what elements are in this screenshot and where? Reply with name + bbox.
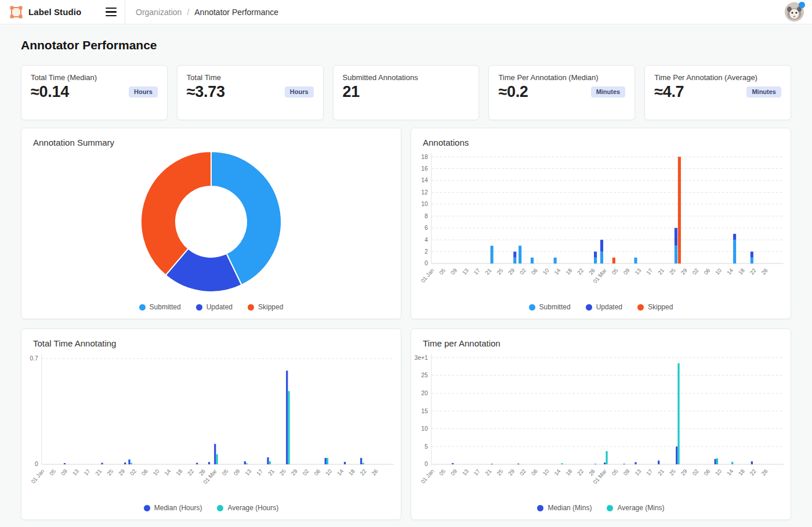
annotation-summary-donut-chart[interactable]: [21, 149, 401, 294]
legend-dot: [637, 304, 644, 311]
svg-text:2: 2: [425, 248, 428, 255]
legend-label: Average (Hours): [227, 504, 278, 512]
legend-item[interactable]: Updated: [586, 303, 622, 311]
online-status-dot: [799, 2, 805, 8]
svg-text:17: 17: [645, 468, 654, 477]
svg-text:06: 06: [140, 468, 148, 477]
hamburger-menu-button[interactable]: [103, 5, 119, 19]
svg-text:13: 13: [244, 468, 252, 477]
svg-text:01 Jan: 01 Jan: [419, 267, 435, 284]
svg-text:06: 06: [702, 267, 711, 276]
time-per-annotation-legend: Median (Mins)Average (Mins): [411, 504, 791, 512]
stats-row: Total Time (Median) ≈0.14 Hours Total Ti…: [21, 65, 791, 120]
svg-text:25: 25: [495, 267, 504, 276]
legend-label: Submitted: [539, 303, 571, 311]
legend-dot: [586, 304, 592, 311]
label-studio-logo-icon: [9, 5, 23, 19]
svg-text:13: 13: [633, 267, 642, 276]
legend-dot: [139, 304, 146, 311]
svg-text:22: 22: [748, 468, 757, 477]
legend-dot: [529, 304, 535, 311]
svg-text:14: 14: [726, 267, 735, 276]
legend-item[interactable]: Updated: [196, 303, 233, 311]
chart-title: Total Time Annotating: [21, 329, 401, 349]
svg-text:26: 26: [760, 468, 768, 477]
time-per-annotation-bar-chart[interactable]: 05101520253e+101 Jan05091317212529020610…: [411, 349, 791, 496]
legend-item[interactable]: Median (Hours): [144, 504, 202, 512]
svg-text:02: 02: [519, 267, 527, 276]
legend-label: Skipped: [258, 303, 283, 311]
stat-label: Time Per Annotation (Median): [498, 73, 625, 82]
chart-card-annotation-summary: Annotation Summary SubmittedUpdatedSkipp…: [21, 128, 401, 319]
stat-value: ≈0.14: [31, 83, 69, 101]
svg-text:4: 4: [425, 237, 428, 243]
legend-item[interactable]: Average (Hours): [217, 504, 278, 512]
user-avatar[interactable]: [785, 2, 804, 21]
stat-label: Total Time (Median): [31, 73, 158, 82]
svg-text:26: 26: [588, 468, 596, 477]
annotations-bar-chart[interactable]: 02468101214161801 Jan0509131721252902061…: [411, 149, 791, 295]
svg-text:10: 10: [324, 468, 333, 477]
legend-label: Skipped: [648, 303, 673, 311]
svg-text:21: 21: [657, 468, 665, 477]
svg-text:02: 02: [519, 468, 527, 477]
legend-label: Average (Mins): [617, 504, 664, 512]
svg-text:18: 18: [347, 468, 356, 477]
svg-text:0: 0: [425, 261, 428, 267]
stat-unit-badge: Hours: [285, 86, 314, 98]
legend-dot: [248, 304, 254, 311]
stat-card-total-time-median: Total Time (Median) ≈0.14 Hours: [21, 65, 168, 120]
svg-text:26: 26: [760, 267, 768, 276]
legend-label: Updated: [596, 303, 622, 311]
svg-text:02: 02: [301, 468, 310, 477]
legend-item[interactable]: Submitted: [529, 303, 571, 311]
legend-item[interactable]: Submitted: [139, 303, 181, 311]
svg-text:13: 13: [461, 468, 469, 477]
svg-text:13: 13: [461, 267, 469, 276]
svg-text:25: 25: [668, 267, 677, 276]
svg-text:3e+1: 3e+1: [415, 355, 428, 361]
svg-text:13: 13: [71, 468, 79, 477]
svg-text:18: 18: [421, 154, 428, 160]
svg-text:05: 05: [48, 468, 57, 477]
svg-text:02: 02: [129, 468, 137, 477]
stat-value: ≈4.7: [654, 83, 684, 101]
svg-text:14: 14: [553, 267, 562, 276]
svg-text:10: 10: [421, 425, 428, 432]
svg-text:10: 10: [541, 267, 550, 276]
page-title: Annotator Performance: [21, 38, 791, 52]
stat-label: Time Per Annotation (Average): [654, 73, 781, 82]
charts-grid: Annotation Summary SubmittedUpdatedSkipp…: [21, 128, 791, 520]
svg-text:21: 21: [657, 267, 665, 276]
svg-text:05: 05: [438, 468, 447, 477]
chart-card-total-time-annotating: Total Time Annotating 00.701 Jan05091317…: [21, 329, 401, 520]
svg-text:26: 26: [370, 468, 379, 477]
legend-dot: [196, 304, 202, 311]
svg-text:09: 09: [449, 468, 458, 477]
legend-item[interactable]: Median (Mins): [537, 504, 592, 512]
stat-unit-badge: Minutes: [591, 86, 626, 98]
legend-item[interactable]: Skipped: [637, 303, 673, 311]
stat-unit-badge: Hours: [129, 86, 158, 98]
chart-title: Annotation Summary: [21, 128, 401, 149]
legend-item[interactable]: Skipped: [248, 303, 283, 311]
svg-text:05: 05: [220, 468, 229, 477]
svg-text:25: 25: [668, 468, 677, 477]
breadcrumb-separator: /: [187, 8, 189, 17]
svg-text:21: 21: [94, 468, 103, 477]
svg-text:10: 10: [714, 468, 723, 477]
stat-card-time-per-annotation-average: Time Per Annotation (Average) ≈4.7 Minut…: [644, 65, 791, 120]
svg-text:5: 5: [425, 443, 428, 450]
svg-text:02: 02: [691, 468, 699, 477]
stat-label: Total Time: [187, 73, 314, 82]
total-time-annotating-bar-chart[interactable]: 00.701 Jan050913172125290206101418222601…: [21, 349, 401, 496]
legend-dot: [144, 505, 150, 511]
svg-text:0: 0: [425, 461, 428, 468]
legend-item[interactable]: Average (Mins): [607, 504, 664, 512]
svg-text:29: 29: [289, 468, 298, 477]
app-logo[interactable]: Label Studio: [9, 5, 81, 19]
breadcrumb-organization[interactable]: Organization: [136, 8, 182, 17]
legend-label: Submitted: [150, 303, 181, 311]
svg-text:29: 29: [117, 468, 126, 477]
stat-card-submitted-annotations: Submitted Annotations 21: [333, 65, 480, 120]
